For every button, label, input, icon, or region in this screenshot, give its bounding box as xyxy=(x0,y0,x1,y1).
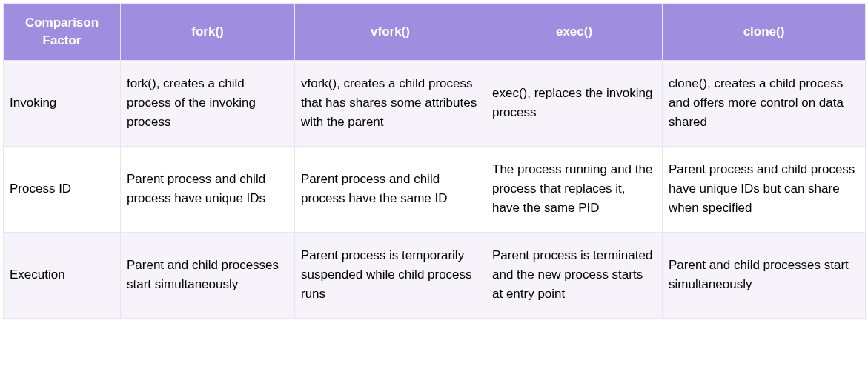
cell-exec: Parent process is terminated and the new… xyxy=(486,232,663,318)
cell-vfork: Parent process and child process have th… xyxy=(295,146,486,232)
header-vfork: vfork() xyxy=(295,4,486,61)
cell-clone: clone(), creates a child process and off… xyxy=(663,60,866,146)
header-clone: clone() xyxy=(663,4,866,61)
cell-clone: Parent process and child process have un… xyxy=(663,146,866,232)
table-header: Comparison Factor fork() vfork() exec() … xyxy=(4,4,866,61)
header-fork: fork() xyxy=(121,4,295,61)
row-factor-label: Invoking xyxy=(4,60,121,146)
cell-vfork: vfork(), creates a child process that ha… xyxy=(295,60,486,146)
comparison-table: Comparison Factor fork() vfork() exec() … xyxy=(3,3,866,319)
header-row: Comparison Factor fork() vfork() exec() … xyxy=(4,4,866,61)
table-body: Invoking fork(), creates a child process… xyxy=(4,60,866,318)
row-factor-label: Process ID xyxy=(4,146,121,232)
cell-fork: Parent process and child process have un… xyxy=(121,146,295,232)
cell-exec: exec(), replaces the invoking process xyxy=(486,60,663,146)
cell-fork: fork(), creates a child process of the i… xyxy=(121,60,295,146)
cell-exec: The process running and the process that… xyxy=(486,146,663,232)
table-row: Execution Parent and child processes sta… xyxy=(4,232,866,318)
cell-clone: Parent and child processes start simulta… xyxy=(663,232,866,318)
row-factor-label: Execution xyxy=(4,232,121,318)
table-row: Process ID Parent process and child proc… xyxy=(4,146,866,232)
cell-vfork: Parent process is temporarily suspended … xyxy=(295,232,486,318)
table-row: Invoking fork(), creates a child process… xyxy=(4,60,866,146)
header-comparison-factor: Comparison Factor xyxy=(4,4,121,61)
cell-fork: Parent and child processes start simulta… xyxy=(121,232,295,318)
header-exec: exec() xyxy=(486,4,663,61)
